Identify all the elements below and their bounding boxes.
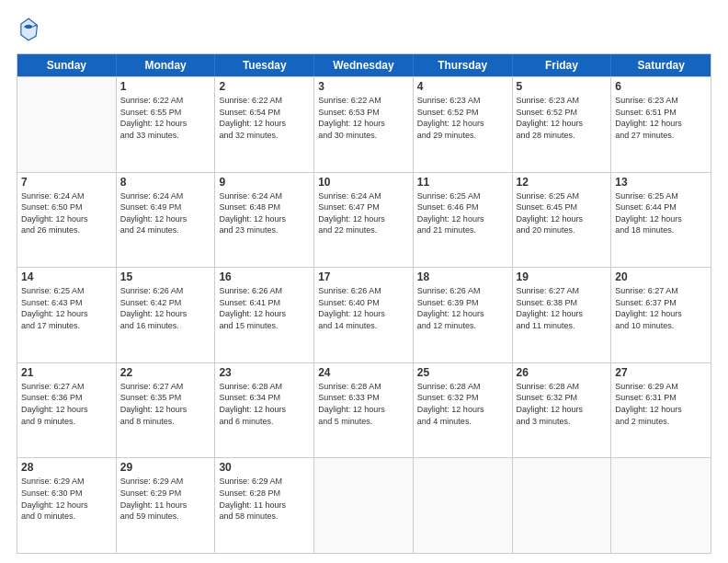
day-number: 19 [517, 270, 608, 283]
weekday-header: Sunday [17, 54, 117, 76]
day-number: 23 [219, 366, 310, 379]
day-number: 2 [219, 80, 310, 93]
cell-info: Sunrise: 6:25 AMSunset: 6:46 PMDaylight:… [417, 190, 508, 236]
weekday-header: Wednesday [314, 54, 414, 76]
day-number: 30 [219, 461, 310, 474]
day-number: 12 [517, 176, 608, 189]
cell-info: Sunrise: 6:27 AMSunset: 6:38 PMDaylight:… [517, 285, 608, 331]
cell-info: Sunrise: 6:25 AMSunset: 6:43 PMDaylight:… [21, 285, 112, 331]
cell-info: Sunrise: 6:26 AMSunset: 6:41 PMDaylight:… [219, 285, 310, 331]
calendar-row: 14Sunrise: 6:25 AMSunset: 6:43 PMDayligh… [17, 267, 711, 362]
cell-info: Sunrise: 6:29 AMSunset: 6:31 PMDaylight:… [615, 381, 707, 427]
day-number: 28 [21, 461, 112, 474]
header [17, 17, 711, 46]
day-number: 3 [318, 80, 409, 93]
cell-info: Sunrise: 6:29 AMSunset: 6:30 PMDaylight:… [21, 476, 112, 522]
calendar-cell [314, 458, 414, 553]
calendar-row: 7Sunrise: 6:24 AMSunset: 6:50 PMDaylight… [17, 172, 711, 268]
day-number: 25 [417, 366, 508, 379]
cell-info: Sunrise: 6:27 AMSunset: 6:36 PMDaylight:… [21, 381, 112, 427]
day-number: 16 [219, 270, 310, 283]
calendar-cell: 2Sunrise: 6:22 AMSunset: 6:54 PMDaylight… [215, 77, 314, 172]
cell-info: Sunrise: 6:22 AMSunset: 6:54 PMDaylight:… [219, 95, 310, 141]
cell-info: Sunrise: 6:22 AMSunset: 6:53 PMDaylight:… [318, 95, 409, 141]
calendar-cell: 21Sunrise: 6:27 AMSunset: 6:36 PMDayligh… [17, 363, 117, 458]
calendar-cell: 17Sunrise: 6:26 AMSunset: 6:40 PMDayligh… [314, 268, 414, 362]
day-number: 13 [615, 176, 707, 189]
cell-info: Sunrise: 6:24 AMSunset: 6:50 PMDaylight:… [21, 190, 112, 236]
day-number: 29 [120, 461, 211, 474]
calendar-cell: 30Sunrise: 6:29 AMSunset: 6:28 PMDayligh… [215, 458, 314, 553]
calendar-cell: 6Sunrise: 6:23 AMSunset: 6:51 PMDaylight… [611, 77, 711, 172]
cell-info: Sunrise: 6:28 AMSunset: 6:34 PMDaylight:… [219, 381, 310, 427]
cell-info: Sunrise: 6:26 AMSunset: 6:39 PMDaylight:… [417, 285, 508, 331]
cell-info: Sunrise: 6:22 AMSunset: 6:55 PMDaylight:… [120, 95, 211, 141]
calendar-cell: 20Sunrise: 6:27 AMSunset: 6:37 PMDayligh… [611, 268, 711, 362]
calendar-cell: 16Sunrise: 6:26 AMSunset: 6:41 PMDayligh… [215, 268, 314, 362]
cell-info: Sunrise: 6:23 AMSunset: 6:52 PMDaylight:… [417, 95, 508, 141]
weekday-header: Friday [513, 54, 612, 76]
calendar-cell: 1Sunrise: 6:22 AMSunset: 6:55 PMDaylight… [117, 77, 216, 172]
day-number: 7 [21, 176, 112, 189]
day-number: 18 [417, 270, 508, 283]
calendar-cell: 19Sunrise: 6:27 AMSunset: 6:38 PMDayligh… [513, 268, 612, 362]
calendar-cell: 11Sunrise: 6:25 AMSunset: 6:46 PMDayligh… [414, 173, 513, 268]
calendar-cell: 28Sunrise: 6:29 AMSunset: 6:30 PMDayligh… [17, 458, 117, 553]
calendar-cell: 18Sunrise: 6:26 AMSunset: 6:39 PMDayligh… [414, 268, 513, 362]
day-number: 26 [517, 366, 608, 379]
calendar-cell: 8Sunrise: 6:24 AMSunset: 6:49 PMDaylight… [117, 173, 216, 268]
cell-info: Sunrise: 6:25 AMSunset: 6:45 PMDaylight:… [517, 190, 608, 236]
calendar-cell: 12Sunrise: 6:25 AMSunset: 6:45 PMDayligh… [513, 173, 612, 268]
calendar-cell: 14Sunrise: 6:25 AMSunset: 6:43 PMDayligh… [17, 268, 117, 362]
cell-info: Sunrise: 6:23 AMSunset: 6:51 PMDaylight:… [615, 95, 707, 141]
day-number: 4 [417, 80, 508, 93]
calendar-cell: 25Sunrise: 6:28 AMSunset: 6:32 PMDayligh… [414, 363, 513, 458]
cell-info: Sunrise: 6:24 AMSunset: 6:48 PMDaylight:… [219, 190, 310, 236]
cell-info: Sunrise: 6:29 AMSunset: 6:28 PMDaylight:… [219, 476, 310, 522]
calendar-cell [17, 77, 117, 172]
calendar-cell: 22Sunrise: 6:27 AMSunset: 6:35 PMDayligh… [117, 363, 216, 458]
calendar-header: SundayMondayTuesdayWednesdayThursdayFrid… [17, 54, 711, 76]
weekday-header: Thursday [414, 54, 513, 76]
weekday-header: Monday [117, 54, 216, 76]
cell-info: Sunrise: 6:29 AMSunset: 6:29 PMDaylight:… [120, 476, 211, 522]
calendar-cell: 7Sunrise: 6:24 AMSunset: 6:50 PMDaylight… [17, 173, 117, 268]
calendar-cell: 15Sunrise: 6:26 AMSunset: 6:42 PMDayligh… [117, 268, 216, 362]
calendar-cell: 9Sunrise: 6:24 AMSunset: 6:48 PMDaylight… [215, 173, 314, 268]
day-number: 8 [120, 176, 211, 189]
calendar-cell: 23Sunrise: 6:28 AMSunset: 6:34 PMDayligh… [215, 363, 314, 458]
cell-info: Sunrise: 6:27 AMSunset: 6:35 PMDaylight:… [120, 381, 211, 427]
day-number: 21 [21, 366, 112, 379]
cell-info: Sunrise: 6:28 AMSunset: 6:32 PMDaylight:… [517, 381, 608, 427]
calendar-cell: 10Sunrise: 6:24 AMSunset: 6:47 PMDayligh… [314, 173, 414, 268]
calendar-cell [611, 458, 711, 553]
day-number: 24 [318, 366, 409, 379]
calendar-cell [414, 458, 513, 553]
day-number: 22 [120, 366, 211, 379]
day-number: 5 [517, 80, 608, 93]
calendar-cell [513, 458, 612, 553]
calendar-row: 1Sunrise: 6:22 AMSunset: 6:55 PMDaylight… [17, 76, 711, 172]
cell-info: Sunrise: 6:27 AMSunset: 6:37 PMDaylight:… [615, 285, 707, 331]
cell-info: Sunrise: 6:28 AMSunset: 6:32 PMDaylight:… [417, 381, 508, 427]
cell-info: Sunrise: 6:24 AMSunset: 6:49 PMDaylight:… [120, 190, 211, 236]
weekday-header: Tuesday [215, 54, 314, 76]
calendar-cell: 26Sunrise: 6:28 AMSunset: 6:32 PMDayligh… [513, 363, 612, 458]
calendar-cell: 13Sunrise: 6:25 AMSunset: 6:44 PMDayligh… [611, 173, 711, 268]
logo [17, 17, 40, 46]
day-number: 15 [120, 270, 211, 283]
day-number: 20 [615, 270, 707, 283]
calendar-row: 28Sunrise: 6:29 AMSunset: 6:30 PMDayligh… [17, 457, 711, 553]
calendar-cell: 24Sunrise: 6:28 AMSunset: 6:33 PMDayligh… [314, 363, 414, 458]
calendar-cell: 29Sunrise: 6:29 AMSunset: 6:29 PMDayligh… [117, 458, 216, 553]
day-number: 11 [417, 176, 508, 189]
logo-icon [18, 17, 39, 42]
calendar-cell: 5Sunrise: 6:23 AMSunset: 6:52 PMDaylight… [513, 77, 612, 172]
weekday-header: Saturday [611, 54, 711, 76]
day-number: 10 [318, 176, 409, 189]
cell-info: Sunrise: 6:23 AMSunset: 6:52 PMDaylight:… [517, 95, 608, 141]
cell-info: Sunrise: 6:25 AMSunset: 6:44 PMDaylight:… [615, 190, 707, 236]
calendar-cell: 4Sunrise: 6:23 AMSunset: 6:52 PMDaylight… [414, 77, 513, 172]
day-number: 1 [120, 80, 211, 93]
day-number: 27 [615, 366, 707, 379]
